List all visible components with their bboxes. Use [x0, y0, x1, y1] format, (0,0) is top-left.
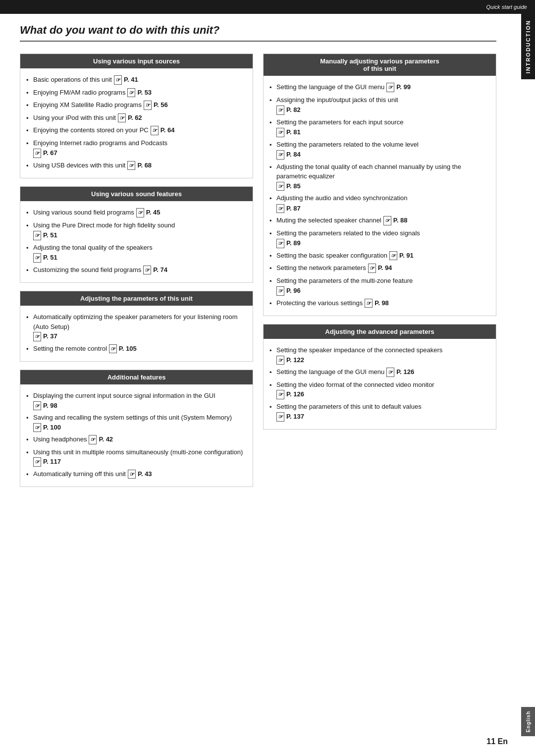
item-text: Setting the parameters related to the vo… [276, 140, 490, 150]
bullet: • [26, 161, 33, 171]
ref-icon: ☞ [276, 106, 284, 115]
list-item: • Setting the speaker impedance of the c… [269, 345, 490, 365]
list-item: • Setting the language of the GUI menu ☞… [269, 82, 490, 93]
list-item: • Setting the network parameters ☞P. 94 [269, 263, 490, 273]
page-title: What do you want to do with this unit? [20, 24, 496, 42]
ref-icon: ☞ [136, 208, 144, 217]
ref-icon: ☞ [276, 128, 284, 137]
ref-icon: ☞ [151, 126, 159, 135]
ref-page: P. 41 [124, 75, 138, 85]
bullet: • [269, 140, 276, 150]
item-ref: ☞P. 74 [143, 265, 167, 275]
item-ref: ☞P. 85 [276, 181, 301, 191]
item-ref: ☞P. 137 [276, 412, 304, 422]
list-item: • Setting the basic speaker configuratio… [269, 251, 490, 261]
bullet: • [26, 126, 33, 136]
bullet: • [269, 229, 276, 239]
section-header-sound-features: Using various sound features [20, 187, 253, 201]
ref-icon: ☞ [33, 253, 41, 263]
list-item: • Adjusting the tonal quality of each ch… [269, 162, 490, 191]
item-ref: ☞P. 64 [151, 125, 175, 135]
bullet: • [269, 162, 276, 172]
item-text: Setting the language of the GUI menu [276, 367, 384, 377]
item-text: Setting the parameters of the multi-zone… [276, 276, 490, 286]
ref-page: P. 42 [99, 434, 113, 444]
ref-page: P. 74 [153, 265, 167, 275]
item-text: Automatically optimizing the speaker par… [33, 312, 247, 331]
ref-icon: ☞ [127, 161, 135, 170]
list-item: • Automatically optimizing the speaker p… [26, 312, 247, 341]
bullet: • [26, 113, 33, 123]
list-item: • Muting the selected speaker channel ☞P… [269, 216, 490, 226]
item-ref: ☞P. 62 [118, 113, 142, 123]
item-ref: ☞P. 81 [276, 127, 301, 137]
section-adjusting-parameters: Adjusting the parameters of this unit • … [20, 291, 253, 362]
list-item: • Setting the remote control ☞P. 105 [26, 344, 247, 354]
ref-icon: ☞ [33, 332, 41, 341]
bullet: • [26, 448, 33, 458]
ref-icon: ☞ [127, 88, 135, 98]
section-adjusting-advanced: Adjusting the advanced parameters • Sett… [263, 324, 496, 430]
bullet: • [269, 96, 276, 106]
ref-icon: ☞ [33, 149, 41, 158]
item-ref: ☞P. 42 [89, 434, 113, 444]
item-text: Displaying the current input source sign… [33, 391, 247, 401]
bullet: • [269, 346, 276, 356]
list-item: • Displaying the current input source si… [26, 391, 247, 410]
section-header-adjusting: Adjusting the parameters of this unit [20, 291, 253, 306]
item-text: Setting the language of the GUI menu [276, 82, 384, 92]
item-text: Setting the basic speaker configuration [276, 251, 387, 261]
item-text: Setting the video format of the connecte… [276, 380, 490, 390]
section-body-adjusting: • Automatically optimizing the speaker p… [20, 306, 253, 361]
page-content: What do you want to do with this unit? U… [0, 14, 521, 517]
ref-page: P. 126 [396, 367, 414, 377]
list-item: • Using various sound field programs ☞P.… [26, 208, 247, 218]
list-item: • Saving and recalling the system settin… [26, 413, 247, 432]
bullet: • [26, 266, 33, 275]
list-item: • Setting the parameters related to the … [269, 140, 490, 160]
item-text: Saving and recalling the system settings… [33, 413, 247, 423]
item-ref: ☞P. 87 [276, 204, 301, 214]
bullet: • [269, 216, 276, 226]
item-text: Setting the parameters for each input so… [276, 117, 490, 127]
bullet: • [269, 402, 276, 412]
item-text: Enjoying Internet radio programs and Pod… [33, 138, 167, 148]
section-header-advanced: Adjusting the advanced parameters [264, 324, 496, 339]
ref-icon: ☞ [89, 435, 97, 444]
item-text: Muting the selected speaker channel [276, 216, 381, 225]
ref-icon: ☞ [144, 101, 152, 110]
item-ref: ☞P. 96 [276, 286, 301, 296]
ref-page: P. 68 [137, 161, 152, 170]
item-text: Using this unit in multiple rooms simult… [33, 447, 247, 457]
section-header-input-sources: Using various input sources [20, 54, 253, 68]
section-using-sound-features: Using various sound features • Using var… [20, 186, 253, 283]
ref-page: P. 98 [374, 298, 389, 308]
item-ref: ☞P. 53 [127, 88, 152, 98]
ref-page: P. 126 [286, 389, 304, 399]
list-item: • Using headphones ☞P. 42 [26, 434, 247, 445]
item-ref: ☞P. 84 [276, 150, 301, 160]
ref-page: P. 43 [138, 469, 152, 479]
list-item: • Setting the parameters for each input … [269, 117, 490, 137]
item-ref: ☞P. 99 [386, 82, 411, 92]
list-item: • Enjoying XM Satellite Radio programs ☞… [26, 100, 247, 110]
bullet: • [26, 88, 33, 98]
bullet: • [26, 313, 33, 323]
item-text: Customizing the sound field programs [33, 265, 141, 275]
item-text: Enjoying XM Satellite Radio programs [33, 100, 142, 110]
ref-page: P. 122 [286, 355, 304, 365]
section-header-additional: Additional features [20, 370, 253, 384]
right-column: Manually adjusting various parametersof … [263, 54, 496, 430]
ref-page: P. 137 [286, 412, 304, 422]
list-item: • Customizing the sound field programs ☞… [26, 265, 247, 275]
ref-icon: ☞ [386, 83, 394, 92]
item-text: Setting the network parameters [276, 263, 366, 273]
bullet: • [26, 391, 33, 401]
item-text: Using headphones [33, 434, 87, 444]
item-ref: ☞P. 117 [33, 457, 61, 467]
ref-icon: ☞ [118, 113, 126, 123]
bullet: • [26, 470, 33, 480]
bullet: • [26, 243, 33, 253]
ref-page: P. 87 [286, 204, 301, 214]
bullet: • [269, 83, 276, 93]
